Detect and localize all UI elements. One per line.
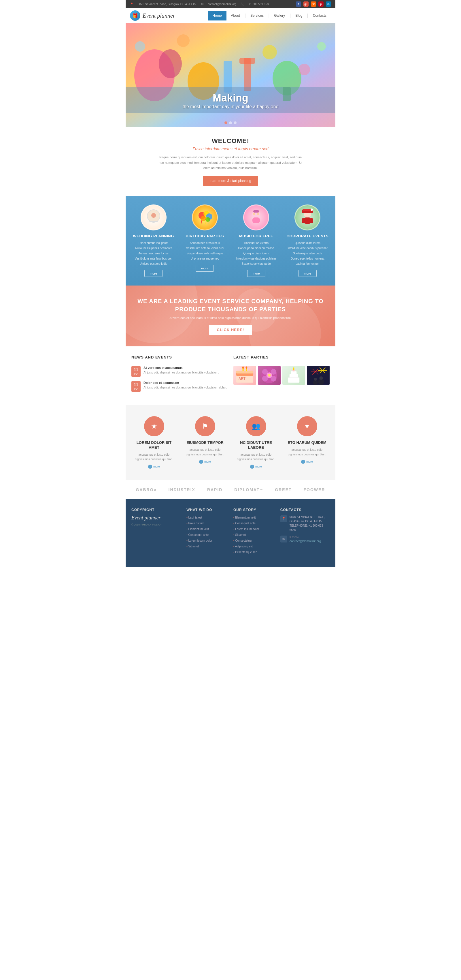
feature-card-4: ♥ ETO HARUM QUIDEM accusamus et iusto od… <box>284 416 330 469</box>
footer-copyright-title: COPYRIGHT <box>131 508 181 512</box>
hero-subtitle: the most important day in your life a ha… <box>126 104 335 109</box>
linkedin-icon[interactable]: in <box>326 2 331 6</box>
footer-story-link-3[interactable]: Lorem ipsum dolor <box>233 527 274 532</box>
service-list-birthday: Aenean nec eros luctusVestibulum ante fa… <box>181 240 228 261</box>
nav-item-blog[interactable]: Blog <box>291 11 307 21</box>
phone-text: +1 800 559 6580 <box>249 3 270 6</box>
feature-more-2[interactable]: i more <box>182 460 228 464</box>
svg-point-13 <box>317 42 326 51</box>
nav-item-contacts[interactable]: Contacts <box>308 11 331 21</box>
nav-item-home[interactable]: Home <box>208 11 227 21</box>
footer-contacts-title: CONTACTS <box>280 508 330 512</box>
svg-rect-16 <box>149 221 158 222</box>
email-text: contact@demolink.org <box>208 3 236 6</box>
news-body-1: At justo odio dignissimos ducimus qui bl… <box>144 370 219 375</box>
footer-link-4[interactable]: Consequat ante <box>187 532 228 538</box>
svg-rect-26 <box>252 218 260 223</box>
hero-dot-1[interactable] <box>225 121 227 124</box>
footer-col-copyright: COPYRIGHT Event planner © 2015 PRIVACY P… <box>131 508 181 555</box>
partner-rapid: RAPID <box>207 487 223 492</box>
footer-address-item: 📍 9870 ST VINCENT PLACE, GLASGOW DC 45 F… <box>280 515 330 532</box>
party-img-wedding-cake <box>282 366 305 385</box>
footer-story-link-4[interactable]: Sit amet <box>233 532 274 538</box>
wedding-more-button[interactable]: more <box>144 270 163 277</box>
footer-story-link-7[interactable]: Pellentesque sed <box>233 549 274 555</box>
svg-point-52 <box>268 374 271 377</box>
footer-story-link-6[interactable]: Adipiscing elit <box>233 544 274 549</box>
footer-story-link-2[interactable]: Consequat ante <box>233 520 274 527</box>
news-item-1: 11 JAN At vero eos et accusamus At justo… <box>131 366 228 377</box>
service-list-corporate: Quisque diam loremInterdum vitae dapibus… <box>284 240 331 266</box>
feature-more-4[interactable]: i more <box>284 460 330 464</box>
service-title-music: MUSIC FOR FREE <box>233 234 280 238</box>
party-img-fireworks <box>307 366 330 385</box>
svg-point-28 <box>257 213 259 215</box>
feature-more-dot-3: i <box>250 465 254 469</box>
footer-col-our-story: OUR STORY Elementum velit Consequat ante… <box>233 508 274 555</box>
feature-text-3: accusamus et iusto odio dignissimos duci… <box>233 452 279 462</box>
birthday-more-button[interactable]: more <box>196 265 214 272</box>
hero-dot-2[interactable] <box>229 121 232 124</box>
feature-more-label-3: more <box>255 465 262 468</box>
partner-diplomat: DIPLOMAT™ <box>234 487 263 492</box>
learn-more-button[interactable]: learn more & start planning <box>203 176 258 186</box>
facebook-icon[interactable]: f <box>296 2 301 6</box>
email-icon: ✉ <box>201 3 203 6</box>
nav-item-about[interactable]: About <box>227 11 245 21</box>
feature-card-3: 👥 NCIDIDUNT UTRE LABORE accusamus et ius… <box>233 416 279 469</box>
news-headline-1: At vero eos et accusamus <box>144 366 219 369</box>
news-content-1: At vero eos et accusamus At justo odio d… <box>144 366 219 377</box>
feature-icon-heart: ♥ <box>297 416 317 436</box>
news-title: NEWS AND EVENTS <box>131 355 228 362</box>
svg-rect-36 <box>302 218 304 223</box>
nav-item-gallery[interactable]: Gallery <box>269 11 290 21</box>
features-section: ★ LOREM DOLOR SIT AMET accusamus et iust… <box>126 405 335 480</box>
footer-email-address[interactable]: contact@demolink.org <box>290 539 321 544</box>
svg-rect-59 <box>293 368 295 370</box>
top-bar: 📍 9870 St Vincent Place, Glasgow, DC 45 … <box>126 0 335 8</box>
googleplus-icon[interactable]: g+ <box>303 2 309 6</box>
news-month-2: JAN <box>133 387 138 390</box>
svg-text:ART: ART <box>239 377 246 381</box>
svg-rect-60 <box>307 366 330 385</box>
partner-gabro: GABRO✿ <box>136 487 157 492</box>
music-more-button[interactable]: more <box>247 270 265 277</box>
nav-item-services[interactable]: Services <box>246 11 268 21</box>
logo-text: Event planner <box>143 13 175 19</box>
hero-dot-3[interactable] <box>234 121 236 124</box>
footer-link-5[interactable]: Lorem ipsum dolor <box>187 538 228 544</box>
click-here-button[interactable]: CLICK HERE! <box>209 325 252 335</box>
svg-point-78 <box>319 376 323 380</box>
footer-link-2[interactable]: Proin dictum <box>187 520 228 527</box>
feature-more-1[interactable]: i more <box>131 465 177 469</box>
service-list-wedding: Etiam cursus leo ipsumNulla facilisi pri… <box>130 240 177 266</box>
services-section: WEDDING PLANNING Etiam cursus leo ipsumN… <box>126 196 335 286</box>
partner-foower: FOOWER <box>304 487 325 492</box>
svg-point-10 <box>298 64 310 75</box>
party-img-cake: ART <box>233 366 256 385</box>
svg-rect-34 <box>304 218 311 224</box>
footer-link-3[interactable]: Elementum velit <box>187 527 228 532</box>
phone-icon: 📞 <box>241 3 244 6</box>
welcome-body: Neque porro quisquam est, qui dolorem ip… <box>158 154 303 171</box>
feature-text-1: accusamus et iusto odio dignissimos duci… <box>131 452 177 462</box>
service-card-birthday: BIRTHDAY PARTIES Aenean nec eros luctusV… <box>181 204 228 277</box>
service-title-wedding: WEDDING PLANNING <box>130 234 177 238</box>
svg-point-12 <box>177 34 190 47</box>
service-title-corporate: CORPORATE EVENTS <box>284 234 331 238</box>
footer-link-1[interactable]: Lacinia est <box>187 515 228 520</box>
rss-icon[interactable]: rss <box>311 2 316 6</box>
feature-more-3[interactable]: i more <box>233 465 279 469</box>
pinterest-icon[interactable]: p <box>318 2 323 6</box>
feature-card-1: ★ LOREM DOLOR SIT AMET accusamus et iust… <box>131 416 177 469</box>
news-content-2: Dolor eos et accumsam At iusto odio dign… <box>144 381 227 392</box>
features-grid: ★ LOREM DOLOR SIT AMET accusamus et iust… <box>131 416 330 469</box>
feature-icon-group: 👥 <box>246 416 266 436</box>
partner-industrix: INDUSTRIX <box>169 487 195 492</box>
corporate-more-button[interactable]: more <box>298 270 317 277</box>
footer-story-link-1[interactable]: Elementum velit <box>233 515 274 520</box>
feature-icon-flag: ⚑ <box>195 416 215 436</box>
footer-story-link-5[interactable]: Consectetuer <box>233 538 274 544</box>
footer-link-6[interactable]: Sit amet <box>187 544 228 549</box>
news-day-2: 11 <box>133 382 139 387</box>
